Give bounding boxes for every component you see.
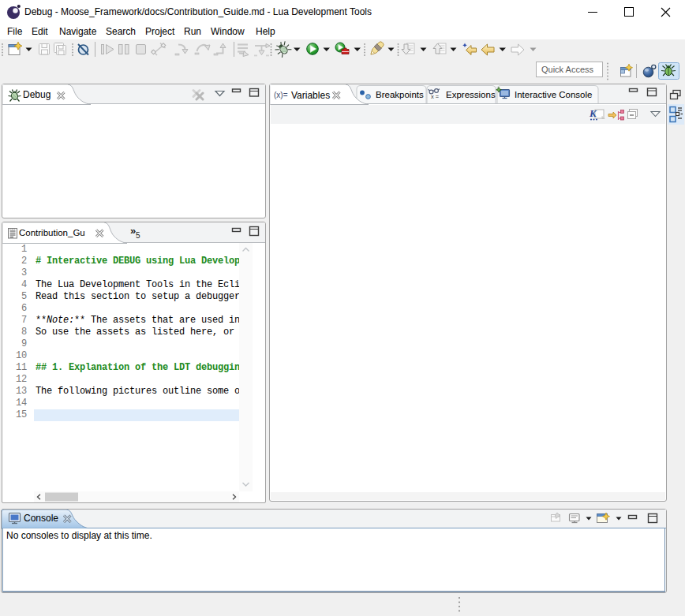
- svg-text:x =: x =: [431, 93, 440, 100]
- svg-text:K: K: [589, 107, 597, 119]
